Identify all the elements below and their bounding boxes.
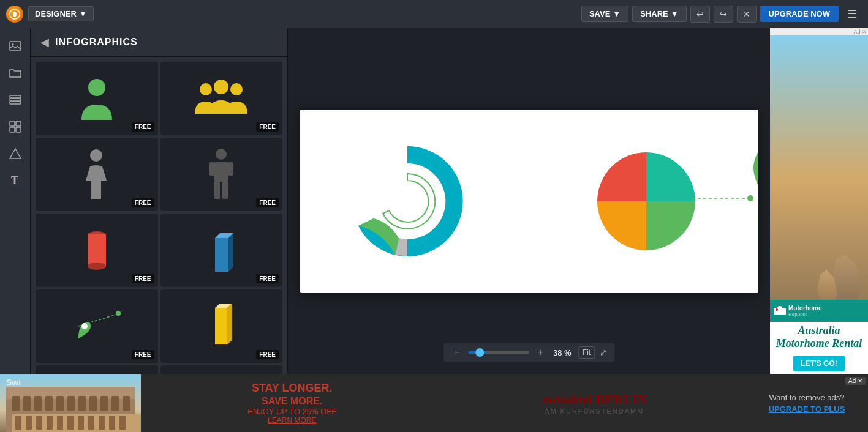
svg-point-13 [214, 80, 228, 94]
svg-point-2 [12, 43, 13, 45]
svg-marker-33 [227, 304, 232, 344]
svg-rect-7 [16, 121, 21, 126]
svg-rect-3 [10, 95, 21, 98]
list-item[interactable]: FREE [160, 289, 283, 363]
free-badge: FREE [132, 274, 154, 283]
ad-cta-button[interactable]: LET'S GO! [793, 356, 845, 371]
list-item[interactable]: FREE [36, 62, 158, 135]
svg-point-15 [90, 149, 102, 162]
brand-city: AM KURFÜRSTENDAMM [542, 408, 647, 415]
upgrade-to-plus-link[interactable]: UPGRADE TO PLUS [769, 404, 845, 414]
svg-point-29 [116, 311, 121, 316]
ad-overlay: Motorhome Republic [770, 300, 868, 322]
svg-rect-8 [10, 127, 15, 132]
svg-point-24 [88, 263, 106, 270]
brand-name: swissôtel BERLIN [542, 392, 647, 408]
designer-label: DESIGNER [35, 9, 77, 18]
close-ad-button[interactable]: Ad ✕ [845, 377, 866, 385]
design-canvas[interactable] [300, 110, 758, 293]
sidebar-item-images[interactable] [4, 34, 27, 58]
list-item[interactable]: FREE [36, 214, 158, 287]
svg-text:T: T [11, 174, 18, 187]
free-badge: FREE [256, 122, 279, 132]
sidebar-grid: FREE FREE FREE [31, 57, 287, 374]
sidebar-title: INFOGRAPHICS [55, 37, 138, 48]
upgrade-now-button[interactable]: UPGRADE NOW [760, 6, 839, 22]
zoom-in-button[interactable]: + [534, 346, 546, 359]
svg-rect-20 [209, 162, 214, 176]
svg-rect-21 [228, 162, 233, 176]
free-badge: FREE [132, 122, 154, 132]
ad-sidebar-top: Ad ✕ [770, 28, 868, 35]
zoom-bar: − + 38 % Fit ⤢ [443, 343, 614, 362]
close-button[interactable]: ✕ [737, 6, 757, 23]
ad-image: Motorhome Republic [770, 35, 868, 322]
list-item[interactable]: FREE [160, 214, 283, 287]
upgrade-label: UPGRADE NOW [769, 9, 830, 18]
svg-rect-51 [45, 396, 53, 411]
svg-rect-1 [10, 42, 21, 50]
ad-learn-more-link[interactable]: LEARN MORE [247, 416, 336, 425]
svg-rect-6 [10, 121, 15, 126]
svg-rect-65 [67, 416, 74, 430]
svg-rect-5 [10, 102, 21, 104]
sidebar-item-grid[interactable] [4, 115, 27, 138]
ad-label: Ad ✕ [853, 29, 867, 35]
remove-ads-text: Want to remove ads? [769, 393, 844, 402]
share-label: SHARE [640, 9, 668, 18]
svg-rect-53 [67, 396, 75, 411]
save-dropdown-arrow: ▼ [613, 9, 621, 18]
sidebar-header: ◀ INFOGRAPHICS [31, 28, 287, 57]
ad-title: Australia Motorhome Rental [770, 322, 868, 353]
sidebar-item-text[interactable]: T [4, 169, 27, 192]
bottom-ad-content: STAY LONGER. SAVE MORE. ENJOY UP TO 25% … [141, 374, 443, 432]
zoom-slider[interactable] [468, 351, 529, 354]
sidebar-back-button[interactable]: ◀ [40, 35, 49, 49]
designer-dropdown[interactable]: DESIGNER ▼ [28, 6, 94, 21]
swissotel-logo: swissôtel BERLIN AM KURFÜRSTENDAMM [542, 392, 647, 415]
ad-sub: SAVE MORE. [247, 395, 336, 407]
zoom-percentage: 38 % [551, 348, 573, 357]
canvas-area: − + 38 % Fit ⤢ [288, 28, 770, 374]
list-item[interactable]: FREE [160, 62, 283, 135]
redo-button[interactable]: ↪ [714, 6, 733, 23]
svg-marker-27 [228, 233, 233, 272]
list-item[interactable]: FREE [36, 289, 158, 363]
save-button[interactable]: SAVE ▼ [581, 6, 628, 22]
sidebar-item-folder[interactable] [4, 61, 27, 84]
svg-rect-23 [88, 234, 106, 266]
ad-brand: Motorhome [788, 305, 821, 311]
svg-rect-17 [214, 162, 228, 182]
free-badge: FREE [132, 198, 154, 207]
svg-rect-63 [47, 416, 53, 430]
svg-point-38 [747, 195, 753, 201]
list-item[interactable]: FREE [160, 138, 283, 211]
svg-rect-62 [36, 416, 42, 430]
svg-point-43 [777, 306, 782, 311]
zoom-out-button[interactable]: − [451, 346, 463, 359]
svg-rect-58 [123, 396, 130, 411]
svg-rect-49 [23, 396, 31, 411]
ad-off: ENJOY UP TO 25% OFF [247, 407, 336, 416]
list-item[interactable] [160, 365, 283, 374]
sidebar-item-layers[interactable] [4, 88, 27, 111]
svg-point-12 [200, 83, 212, 95]
ad-subtitle: Republic [788, 311, 821, 317]
zoom-expand-button[interactable]: ⤢ [600, 348, 607, 357]
svg-text:Swi: Swi [6, 378, 21, 387]
sidebar-item-shapes[interactable] [4, 142, 27, 165]
list-item[interactable]: FREE [36, 138, 158, 211]
svg-rect-18 [214, 182, 220, 199]
svg-rect-56 [100, 396, 108, 411]
bottom-ad-bar: Swi STAY LONGER. SAVE MORE. ENJOY UP TO … [0, 374, 868, 432]
share-button[interactable]: SHARE ▼ [632, 6, 686, 22]
list-item[interactable] [36, 365, 158, 374]
hamburger-menu[interactable]: ☰ [842, 5, 862, 23]
svg-point-16 [216, 149, 227, 160]
svg-rect-19 [222, 182, 228, 199]
svg-rect-67 [88, 416, 94, 430]
zoom-fit-button[interactable]: Fit [578, 346, 595, 359]
undo-button[interactable]: ↩ [690, 6, 710, 23]
main-area: T ◀ INFOGRAPHICS FREE [0, 28, 868, 374]
svg-rect-52 [56, 396, 64, 411]
